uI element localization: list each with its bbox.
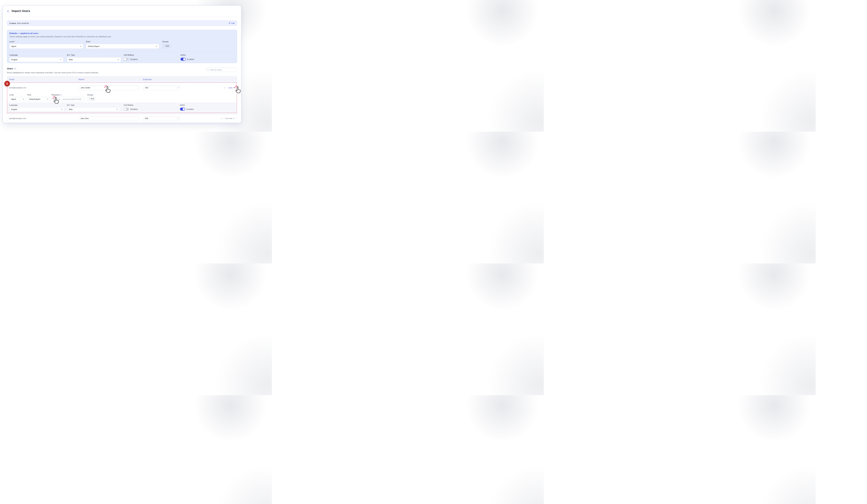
page-title: Import Users bbox=[12, 9, 30, 13]
search-icon bbox=[207, 69, 209, 71]
override-role-field: Role Default Agent bbox=[28, 94, 50, 101]
user-email: jane@example.com bbox=[9, 117, 78, 119]
user-row-john: john@example.com × Less bbox=[7, 83, 237, 93]
chevron-down-icon bbox=[116, 109, 118, 110]
column-name: Name* bbox=[78, 78, 143, 80]
page: { "page": { "title": "Import Users" }, "… bbox=[0, 0, 272, 132]
default-level-field: Level* Agent bbox=[9, 41, 83, 49]
role-label: Role* bbox=[86, 41, 159, 43]
pencil-icon bbox=[228, 22, 231, 24]
override-band-identity: Level Agent Role Default Agent Passwo bbox=[7, 93, 237, 103]
ext-type-select[interactable]: Web bbox=[67, 57, 121, 62]
ext-type-label: Ext. Type bbox=[67, 54, 121, 56]
ext-type-label: Ext. Type bbox=[67, 104, 120, 106]
chevron-down-icon bbox=[23, 99, 24, 100]
role-label: Role bbox=[28, 94, 50, 96]
level-label: Level* bbox=[9, 41, 83, 43]
name-input[interactable] bbox=[79, 86, 139, 90]
call-waiting-state: Disabled bbox=[130, 58, 138, 60]
chevron-up-icon bbox=[233, 87, 235, 88]
user-email: john@example.com bbox=[9, 87, 79, 89]
extension-combobox[interactable] bbox=[143, 116, 180, 121]
default-active-field: Active Enabled bbox=[181, 54, 194, 61]
default-language-field: Language English bbox=[9, 54, 63, 62]
column-extension: Extension bbox=[143, 78, 152, 80]
call-waiting-label: Call Waiting bbox=[124, 54, 138, 56]
chevron-down-icon bbox=[60, 59, 62, 60]
header-divider bbox=[7, 17, 237, 17]
combobox-divider bbox=[176, 117, 176, 120]
defaults-panel: Defaults — applied to all users These se… bbox=[7, 30, 237, 63]
default-ext-type-field: Ext. Type Web bbox=[67, 54, 121, 62]
extension-input[interactable] bbox=[145, 117, 175, 119]
chevron-left-icon bbox=[7, 10, 9, 12]
default-call-waiting-field: Call Waiting Disabled bbox=[124, 54, 138, 61]
override-role-select[interactable]: Default Agent bbox=[28, 97, 50, 101]
users-heading: Users bbox=[7, 67, 13, 70]
column-email: Email bbox=[9, 78, 78, 80]
users-description: Rows highlighted in amber have individua… bbox=[7, 72, 99, 74]
override-password-field: Password bbox=[52, 94, 85, 101]
info-icon bbox=[60, 94, 62, 96]
active-state: Enabled bbox=[186, 108, 193, 110]
password-input[interactable] bbox=[52, 97, 85, 101]
override-language-field: Language English bbox=[9, 104, 64, 112]
override-level-select[interactable]: Agent bbox=[9, 97, 26, 101]
override-active-field: Active Enabled bbox=[180, 104, 193, 111]
required-mark: * bbox=[90, 41, 91, 43]
filter-input[interactable] bbox=[210, 69, 235, 71]
extension-combobox[interactable] bbox=[143, 86, 180, 90]
active-toggle[interactable] bbox=[180, 108, 185, 111]
call-waiting-state: Disabled bbox=[130, 108, 138, 110]
email-filter bbox=[205, 68, 237, 72]
chevron-down-icon[interactable] bbox=[178, 87, 179, 88]
active-label: Active bbox=[180, 104, 193, 106]
required-mark: * bbox=[14, 41, 15, 43]
active-label: Active bbox=[181, 54, 194, 56]
source-text: from email list bbox=[17, 22, 29, 24]
override-groups-field: Groups + Add bbox=[87, 94, 96, 100]
name-input[interactable] bbox=[78, 116, 139, 121]
override-button[interactable]: Override bbox=[225, 117, 235, 119]
level-label: Level bbox=[9, 94, 26, 96]
user-count-text: 2 users bbox=[9, 22, 16, 24]
chevron-down-icon[interactable] bbox=[177, 118, 179, 119]
table-header: Email Name* Extension bbox=[7, 76, 237, 83]
expanded-row-highlight: 2 john@example.com × Less bbox=[7, 83, 237, 113]
chevron-down-icon bbox=[233, 118, 235, 119]
remove-row-button[interactable]: × bbox=[221, 117, 222, 120]
default-groups-field: Groups + Add bbox=[162, 41, 171, 48]
import-users-card: Import Users 2 users from email list Edi… bbox=[3, 6, 242, 123]
override-band-telephony: Language English Ext. Type Web Call Wait… bbox=[7, 103, 237, 113]
add-group-button[interactable]: + Add bbox=[162, 44, 171, 48]
row-separator bbox=[7, 113, 237, 114]
active-toggle[interactable] bbox=[181, 58, 186, 61]
override-call-waiting-field: Call Waiting Disabled bbox=[124, 104, 138, 111]
chevron-down-icon bbox=[118, 59, 119, 60]
collapse-override-button[interactable]: Less bbox=[228, 87, 235, 89]
call-waiting-toggle[interactable] bbox=[124, 108, 129, 111]
language-label: Language bbox=[9, 54, 63, 56]
users-table: Email Name* Extension 2 john@example.com… bbox=[7, 76, 237, 123]
role-select[interactable]: Default Agent bbox=[86, 44, 159, 49]
add-group-button[interactable]: + Add bbox=[87, 97, 96, 100]
active-state: Enabled bbox=[187, 58, 194, 60]
users-count: (2) bbox=[14, 68, 16, 70]
override-language-select[interactable]: English bbox=[9, 107, 64, 112]
call-waiting-toggle[interactable] bbox=[124, 58, 129, 61]
remove-row-button[interactable]: × bbox=[224, 87, 225, 89]
language-select[interactable]: English bbox=[9, 57, 63, 62]
edit-button[interactable]: Edit bbox=[228, 22, 235, 24]
defaults-divider bbox=[9, 51, 235, 52]
chevron-down-icon bbox=[156, 46, 157, 47]
extension-input[interactable] bbox=[145, 87, 175, 89]
card-header: Import Users bbox=[3, 6, 241, 17]
back-button[interactable] bbox=[7, 10, 9, 12]
level-select[interactable]: Agent bbox=[9, 44, 83, 49]
groups-label: Groups bbox=[87, 94, 96, 96]
required-mark: * bbox=[84, 78, 85, 80]
override-ext-type-select[interactable]: Web bbox=[67, 107, 120, 112]
language-label: Language bbox=[9, 104, 64, 106]
password-label: Password bbox=[52, 94, 85, 96]
default-role-field: Role* Default Agent bbox=[86, 41, 159, 49]
